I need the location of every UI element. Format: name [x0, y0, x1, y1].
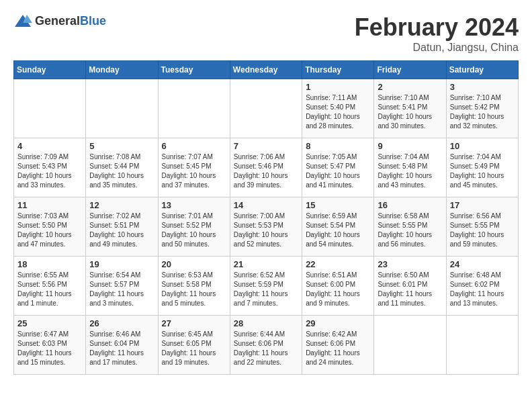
day-number: 9 — [378, 141, 442, 151]
day-info: Sunrise: 7:07 AM Sunset: 5:45 PM Dayligh… — [162, 152, 226, 190]
calendar-cell — [374, 316, 446, 375]
day-number: 22 — [306, 259, 370, 269]
calendar-cell: 29Sunrise: 6:42 AM Sunset: 6:06 PM Dayli… — [302, 316, 374, 375]
calendar-week-row: 4Sunrise: 7:09 AM Sunset: 5:43 PM Daylig… — [14, 138, 519, 197]
header-row: SundayMondayTuesdayWednesdayThursdayFrid… — [14, 61, 519, 79]
day-number: 13 — [162, 200, 226, 210]
day-number: 29 — [306, 318, 370, 328]
day-number: 21 — [234, 259, 298, 269]
day-info: Sunrise: 6:45 AM Sunset: 6:05 PM Dayligh… — [162, 330, 226, 367]
day-info: Sunrise: 6:58 AM Sunset: 5:55 PM Dayligh… — [378, 212, 442, 249]
calendar-table: SundayMondayTuesdayWednesdayThursdayFrid… — [13, 60, 519, 375]
day-number: 7 — [234, 141, 298, 151]
calendar-cell: 28Sunrise: 6:44 AM Sunset: 6:06 PM Dayli… — [230, 316, 302, 375]
title-block: February 2024 Datun, Jiangsu, China — [355, 13, 519, 54]
day-info: Sunrise: 7:09 AM Sunset: 5:43 PM Dayligh… — [17, 152, 82, 190]
calendar-cell — [14, 79, 86, 138]
page-header: GeneralBlue February 2024 Datun, Jiangsu… — [13, 13, 519, 54]
calendar-cell: 25Sunrise: 6:47 AM Sunset: 6:03 PM Dayli… — [14, 316, 86, 375]
calendar-location: Datun, Jiangsu, China — [355, 42, 519, 54]
calendar-cell: 26Sunrise: 6:46 AM Sunset: 6:04 PM Dayli… — [86, 316, 158, 375]
weekday-header: Saturday — [446, 61, 518, 79]
day-number: 8 — [306, 141, 370, 151]
day-number: 11 — [17, 200, 82, 210]
day-info: Sunrise: 6:46 AM Sunset: 6:04 PM Dayligh… — [89, 330, 154, 367]
weekday-header: Friday — [374, 61, 446, 79]
day-number: 25 — [17, 318, 82, 328]
day-number: 26 — [89, 318, 154, 328]
day-info: Sunrise: 7:06 AM Sunset: 5:46 PM Dayligh… — [234, 152, 298, 190]
calendar-week-row: 25Sunrise: 6:47 AM Sunset: 6:03 PM Dayli… — [14, 316, 519, 375]
day-number: 6 — [162, 141, 226, 151]
calendar-cell: 15Sunrise: 6:59 AM Sunset: 5:54 PM Dayli… — [302, 197, 374, 257]
logo: GeneralBlue — [13, 13, 106, 28]
day-number: 2 — [378, 82, 442, 92]
calendar-week-row: 1Sunrise: 7:11 AM Sunset: 5:40 PM Daylig… — [14, 79, 519, 138]
day-info: Sunrise: 7:04 AM Sunset: 5:49 PM Dayligh… — [450, 152, 515, 190]
logo-general-text: General — [35, 14, 80, 28]
calendar-cell: 17Sunrise: 6:56 AM Sunset: 5:55 PM Dayli… — [446, 197, 518, 257]
day-info: Sunrise: 7:08 AM Sunset: 5:44 PM Dayligh… — [89, 152, 154, 190]
day-info: Sunrise: 7:05 AM Sunset: 5:47 PM Dayligh… — [306, 152, 370, 190]
calendar-cell: 16Sunrise: 6:58 AM Sunset: 5:55 PM Dayli… — [374, 197, 446, 257]
calendar-cell: 19Sunrise: 6:54 AM Sunset: 5:57 PM Dayli… — [86, 257, 158, 316]
day-number: 14 — [234, 200, 298, 210]
day-info: Sunrise: 6:47 AM Sunset: 6:03 PM Dayligh… — [17, 330, 82, 367]
calendar-cell — [446, 316, 518, 375]
calendar-week-row: 18Sunrise: 6:55 AM Sunset: 5:56 PM Dayli… — [14, 257, 519, 316]
calendar-cell: 8Sunrise: 7:05 AM Sunset: 5:47 PM Daylig… — [302, 138, 374, 197]
calendar-cell: 7Sunrise: 7:06 AM Sunset: 5:46 PM Daylig… — [230, 138, 302, 197]
day-info: Sunrise: 7:04 AM Sunset: 5:48 PM Dayligh… — [378, 152, 442, 190]
calendar-title: February 2024 — [355, 13, 519, 42]
calendar-week-row: 11Sunrise: 7:03 AM Sunset: 5:50 PM Dayli… — [14, 197, 519, 257]
weekday-header: Thursday — [302, 61, 374, 79]
calendar-cell: 1Sunrise: 7:11 AM Sunset: 5:40 PM Daylig… — [302, 79, 374, 138]
calendar-cell — [158, 79, 230, 138]
calendar-cell: 12Sunrise: 7:02 AM Sunset: 5:51 PM Dayli… — [86, 197, 158, 257]
weekday-header: Monday — [86, 61, 158, 79]
calendar-cell: 24Sunrise: 6:48 AM Sunset: 6:02 PM Dayli… — [446, 257, 518, 316]
day-number: 19 — [89, 259, 154, 269]
day-info: Sunrise: 6:48 AM Sunset: 6:02 PM Dayligh… — [450, 271, 515, 308]
calendar-cell: 23Sunrise: 6:50 AM Sunset: 6:01 PM Dayli… — [374, 257, 446, 316]
day-number: 3 — [450, 82, 515, 92]
weekday-header: Wednesday — [230, 61, 302, 79]
calendar-cell: 9Sunrise: 7:04 AM Sunset: 5:48 PM Daylig… — [374, 138, 446, 197]
day-info: Sunrise: 6:55 AM Sunset: 5:56 PM Dayligh… — [17, 271, 82, 308]
day-number: 1 — [306, 82, 370, 92]
logo-blue-text: Blue — [80, 14, 106, 28]
day-info: Sunrise: 6:51 AM Sunset: 6:00 PM Dayligh… — [306, 271, 370, 308]
day-number: 16 — [378, 200, 442, 210]
weekday-header: Sunday — [14, 61, 86, 79]
day-number: 18 — [17, 259, 82, 269]
logo-icon — [13, 13, 32, 28]
day-info: Sunrise: 7:01 AM Sunset: 5:52 PM Dayligh… — [162, 212, 226, 249]
calendar-cell: 13Sunrise: 7:01 AM Sunset: 5:52 PM Dayli… — [158, 197, 230, 257]
day-info: Sunrise: 7:10 AM Sunset: 5:42 PM Dayligh… — [450, 93, 515, 131]
calendar-cell: 11Sunrise: 7:03 AM Sunset: 5:50 PM Dayli… — [14, 197, 86, 257]
day-info: Sunrise: 6:52 AM Sunset: 5:59 PM Dayligh… — [234, 271, 298, 308]
calendar-cell: 10Sunrise: 7:04 AM Sunset: 5:49 PM Dayli… — [446, 138, 518, 197]
calendar-cell: 5Sunrise: 7:08 AM Sunset: 5:44 PM Daylig… — [86, 138, 158, 197]
day-number: 5 — [89, 141, 154, 151]
day-info: Sunrise: 7:00 AM Sunset: 5:53 PM Dayligh… — [234, 212, 298, 249]
calendar-cell: 2Sunrise: 7:10 AM Sunset: 5:41 PM Daylig… — [374, 79, 446, 138]
calendar-cell: 27Sunrise: 6:45 AM Sunset: 6:05 PM Dayli… — [158, 316, 230, 375]
calendar-cell: 3Sunrise: 7:10 AM Sunset: 5:42 PM Daylig… — [446, 79, 518, 138]
calendar-cell — [230, 79, 302, 138]
day-info: Sunrise: 6:44 AM Sunset: 6:06 PM Dayligh… — [234, 330, 298, 367]
day-number: 28 — [234, 318, 298, 328]
day-number: 24 — [450, 259, 515, 269]
day-info: Sunrise: 7:03 AM Sunset: 5:50 PM Dayligh… — [17, 212, 82, 249]
calendar-cell: 4Sunrise: 7:09 AM Sunset: 5:43 PM Daylig… — [14, 138, 86, 197]
day-number: 27 — [162, 318, 226, 328]
day-info: Sunrise: 6:50 AM Sunset: 6:01 PM Dayligh… — [378, 271, 442, 308]
calendar-cell — [86, 79, 158, 138]
day-info: Sunrise: 6:59 AM Sunset: 5:54 PM Dayligh… — [306, 212, 370, 249]
day-number: 23 — [378, 259, 442, 269]
day-info: Sunrise: 6:54 AM Sunset: 5:57 PM Dayligh… — [89, 271, 154, 308]
day-number: 10 — [450, 141, 515, 151]
day-number: 20 — [162, 259, 226, 269]
calendar-cell: 6Sunrise: 7:07 AM Sunset: 5:45 PM Daylig… — [158, 138, 230, 197]
calendar-cell: 22Sunrise: 6:51 AM Sunset: 6:00 PM Dayli… — [302, 257, 374, 316]
